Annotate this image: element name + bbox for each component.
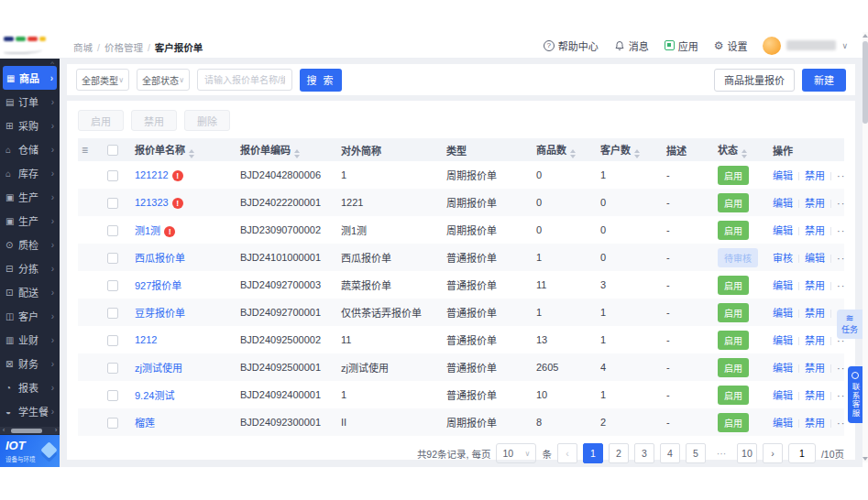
column-header[interactable]: 报价单编码	[236, 138, 337, 161]
type-filter-select[interactable]: 全部类型 ∨	[76, 69, 129, 91]
sidebar-item[interactable]: ▤ 订单 ›	[0, 90, 60, 114]
action-link[interactable]: 禁用	[805, 335, 825, 346]
action-link[interactable]: 编辑	[773, 335, 793, 346]
sidebar-item[interactable]: ◒ 学生餐 ›	[0, 399, 60, 423]
quote-name-link[interactable]: 榴莲	[135, 418, 155, 429]
apps-button[interactable]: 应用	[665, 38, 698, 53]
action-link[interactable]: 编辑	[773, 280, 793, 291]
quote-name-link[interactable]: 121323	[135, 197, 169, 208]
page-jump-input[interactable]	[788, 443, 816, 463]
sidebar-item[interactable]: ⊞ 采购 ›	[0, 114, 60, 137]
more-actions-button[interactable]: ···	[837, 363, 844, 374]
sort-icon[interactable]	[189, 149, 194, 158]
sort-icon[interactable]	[294, 149, 300, 158]
action-link[interactable]: 禁用	[805, 225, 825, 236]
action-link[interactable]: 编辑	[773, 418, 793, 429]
row-checkbox[interactable]	[107, 390, 118, 401]
column-header[interactable]: 描述	[663, 138, 714, 161]
sidebar-item[interactable]: ▣ 生产 ›	[0, 209, 60, 233]
column-header[interactable]: 类型	[443, 138, 533, 161]
more-actions-button[interactable]: ···	[837, 198, 844, 209]
more-actions-button[interactable]: ···	[837, 418, 844, 429]
action-link[interactable]: 编辑	[773, 198, 793, 209]
row-checkbox[interactable]	[107, 170, 118, 181]
column-header[interactable]: 对外简称	[337, 138, 443, 161]
sidebar-scroll-up-icon[interactable]: ^	[50, 60, 54, 68]
user-menu[interactable]: ∨	[763, 37, 848, 55]
status-filter-select[interactable]: 全部状态 ∨	[137, 69, 190, 91]
quote-name-link[interactable]: 1212	[135, 334, 157, 345]
column-header[interactable]: 商品数	[533, 138, 597, 161]
quote-name-link[interactable]: 豆芽报价单	[135, 308, 185, 319]
prev-page-button[interactable]: ‹	[557, 443, 577, 463]
sidebar-item[interactable]: ▥ 业财 ›	[0, 328, 60, 352]
row-checkbox[interactable]	[107, 253, 118, 264]
row-checkbox[interactable]	[107, 363, 118, 374]
quote-name-link[interactable]: 9.24测试	[135, 390, 174, 401]
page-button[interactable]: ···	[711, 443, 731, 463]
sidebar-item[interactable]: ⊙ 质检 ›	[0, 233, 60, 256]
column-header[interactable]: 操作	[769, 138, 844, 161]
sort-icon[interactable]	[570, 149, 576, 158]
page-button[interactable]: 4	[660, 443, 680, 463]
more-actions-button[interactable]: ···	[837, 225, 844, 236]
scroll-up-icon[interactable]	[863, 34, 868, 38]
page-button[interactable]: 10	[737, 443, 757, 463]
sort-icon[interactable]	[634, 149, 640, 158]
row-checkbox[interactable]	[107, 335, 118, 346]
action-link[interactable]: 编辑	[773, 170, 793, 181]
quote-name-link[interactable]: 927报价单	[135, 280, 181, 291]
quote-name-link[interactable]: 西瓜报价单	[135, 253, 185, 264]
sidebar-item[interactable]: ⊟ 分拣 ›	[0, 256, 60, 280]
help-center-button[interactable]: ? 帮助中心	[544, 38, 599, 53]
more-actions-button[interactable]: ···	[837, 280, 844, 291]
messages-button[interactable]: 消息	[614, 38, 649, 53]
batch-quote-button[interactable]: 商品批量报价	[714, 69, 795, 92]
scroll-left-icon[interactable]: ‹	[0, 427, 7, 434]
column-settings-icon[interactable]: ≡	[82, 144, 88, 157]
page-scrollbar[interactable]	[863, 32, 868, 462]
row-checkbox[interactable]	[107, 418, 118, 429]
more-actions-button[interactable]: ···	[837, 390, 844, 401]
sidebar-item[interactable]: ⌂ 仓储 ›	[0, 137, 60, 161]
sidebar-item[interactable]: ▦ 商品 ›	[3, 66, 57, 90]
column-header[interactable]: 报价单名称	[131, 138, 236, 161]
scrollbar-thumb[interactable]	[863, 41, 868, 124]
action-link[interactable]: 禁用	[805, 198, 825, 209]
row-checkbox[interactable]	[107, 280, 118, 291]
bulk-enable-button[interactable]: 启用	[78, 110, 124, 131]
action-link[interactable]: 禁用	[805, 308, 825, 319]
iot-banner[interactable]: IOT 设备与环境	[0, 435, 60, 467]
sidebar-item[interactable]: ◫ 客户 ›	[0, 304, 60, 328]
breadcrumb-link[interactable]: 价格管理	[104, 42, 143, 53]
action-link[interactable]: 编辑	[773, 308, 793, 319]
more-actions-button[interactable]: ···	[837, 170, 844, 181]
search-input[interactable]	[197, 69, 292, 91]
page-button[interactable]: 2	[609, 443, 629, 463]
bulk-delete-button[interactable]: 删除	[184, 110, 230, 131]
quote-name-link[interactable]: 测1测	[135, 225, 160, 236]
settings-button[interactable]: ⚙ 设置	[714, 38, 748, 53]
scroll-right-icon[interactable]: ›	[52, 427, 60, 434]
action-link[interactable]: 禁用	[805, 418, 825, 429]
next-page-button[interactable]: ›	[763, 443, 783, 463]
tasks-fab[interactable]: ≋ 任务	[837, 310, 863, 339]
row-checkbox[interactable]	[107, 198, 118, 209]
action-link[interactable]: 编辑	[773, 390, 793, 401]
page-button[interactable]: 3	[634, 443, 654, 463]
row-checkbox[interactable]	[107, 225, 118, 236]
page-button[interactable]: 1	[583, 443, 603, 463]
row-checkbox[interactable]	[107, 308, 118, 319]
quote-name-link[interactable]: 121212	[135, 169, 169, 180]
sidebar-item[interactable]: ⊡ 配送 ›	[0, 280, 60, 304]
search-button[interactable]: 搜 索	[300, 69, 342, 92]
action-link[interactable]: 编辑	[805, 253, 825, 264]
page-button[interactable]: 5	[686, 443, 706, 463]
sidebar-item[interactable]: ⊠ 财务 ›	[0, 352, 60, 375]
action-link[interactable]: 禁用	[805, 390, 825, 401]
page-size-select[interactable]: 10 ∨	[496, 443, 536, 463]
bulk-disable-button[interactable]: 禁用	[131, 110, 177, 131]
sidebar-item[interactable]: ▣ 生产 ›	[0, 185, 60, 209]
action-link[interactable]: 禁用	[805, 170, 825, 181]
sidebar-item[interactable]: ⌂ 库存 ›	[0, 161, 60, 185]
